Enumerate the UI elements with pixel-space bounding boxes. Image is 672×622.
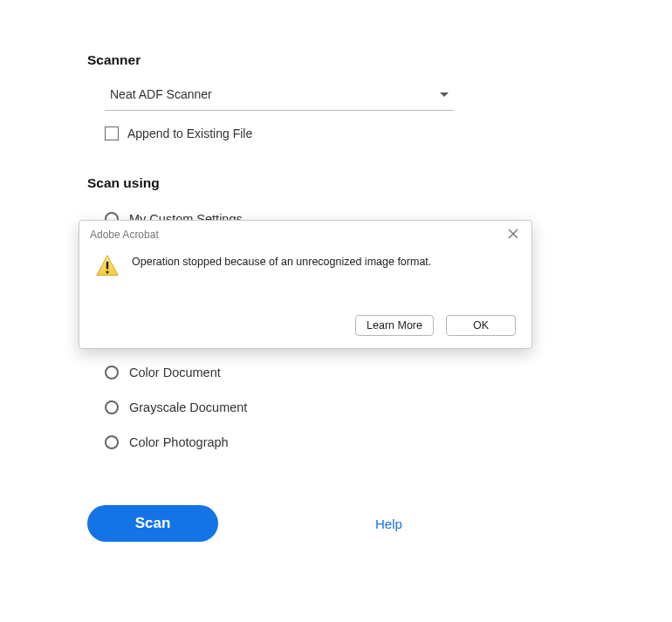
warning-icon — [95, 254, 120, 277]
svg-point-4 — [106, 271, 109, 274]
radio-color-document[interactable]: Color Document — [105, 366, 585, 379]
bottom-actions: Scan Help — [87, 505, 585, 542]
radio-icon — [105, 435, 119, 449]
caret-down-icon — [440, 92, 449, 97]
scanner-dropdown-value: Neat ADF Scanner — [110, 87, 212, 101]
dialog-button-row: Learn More OK — [79, 280, 531, 348]
radio-icon — [105, 366, 119, 379]
dialog-close-button[interactable] — [507, 228, 521, 242]
dialog-message: Operation stopped because of an unrecogn… — [132, 254, 431, 268]
dialog-titlebar: Adobe Acrobat — [79, 221, 531, 245]
learn-more-button[interactable]: Learn More — [355, 315, 434, 336]
svg-rect-3 — [106, 262, 108, 270]
error-dialog: Adobe Acrobat Operation stopped — [79, 220, 532, 349]
append-to-existing-checkbox[interactable]: Append to Existing File — [105, 126, 585, 140]
dialog-title: Adobe Acrobat — [90, 229, 159, 241]
ok-button[interactable]: OK — [446, 315, 516, 336]
radio-icon — [105, 400, 119, 414]
radio-label: Grayscale Document — [129, 400, 247, 414]
scanner-dropdown[interactable]: Neat ADF Scanner — [105, 82, 454, 111]
scan-using-section-label: Scan using — [87, 175, 585, 191]
radio-color-photograph[interactable]: Color Photograph — [105, 435, 585, 449]
radio-grayscale-document[interactable]: Grayscale Document — [105, 400, 585, 414]
append-to-existing-label: Append to Existing File — [127, 126, 252, 140]
dialog-body: Operation stopped because of an unrecogn… — [79, 245, 531, 280]
close-icon — [507, 228, 519, 240]
radio-label: Color Document — [129, 366, 221, 379]
scanner-section-label: Scanner — [87, 52, 585, 68]
scan-button[interactable]: Scan — [87, 505, 218, 542]
checkbox-box-icon — [105, 126, 119, 140]
help-link[interactable]: Help — [375, 516, 402, 531]
radio-label: Color Photograph — [129, 435, 229, 449]
